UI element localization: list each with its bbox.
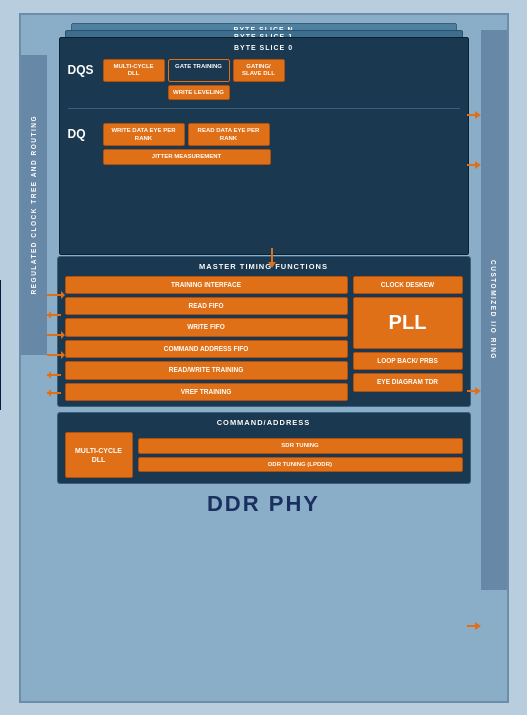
master-timing-section: Master Timing Functions Training Interfa…	[57, 256, 471, 408]
command-address-fifo-box: Command Address FIFO	[65, 340, 348, 358]
svg-marker-21	[475, 622, 481, 630]
customized-label: Customized I/O Ring	[490, 260, 497, 360]
dq-row: DQ Write Data Eye Per Rank Read Data Eye…	[68, 119, 460, 165]
sdr-tuning-box: SDR Tuning	[138, 438, 463, 454]
jitter-measurement-box: Jitter Measurement	[103, 149, 271, 165]
dqs-bottom-row: Write Leveling	[103, 85, 285, 101]
vref-training-box: Vref Training	[65, 383, 348, 401]
master-timing-left: Training Interface Read FIFO Write FIFO …	[65, 276, 348, 402]
mc-arrows-svg	[47, 283, 65, 403]
read-fifo-box: Read FIFO	[65, 297, 348, 315]
byte-slice-stack: Byte Slice N Byte Slice 1 Byte Slice 0 D…	[57, 23, 471, 251]
dq-top-row: Write Data Eye Per Rank Read Data Eye Pe…	[103, 123, 271, 146]
command-address-section: Command/Address Multi-Cycle DLL SDR Tuni…	[57, 412, 471, 484]
command-address-title: Command/Address	[65, 418, 463, 427]
svg-marker-11	[47, 389, 51, 397]
dqs-label: DQS	[68, 55, 98, 77]
training-interface-box: Training Interface	[65, 276, 348, 294]
regulated-label: Regulated Clock Tree and Routing	[30, 115, 37, 294]
gating-slave-dll-box: Gating/ Slave DLL	[233, 59, 285, 82]
write-data-eye-box: Write Data Eye Per Rank	[103, 123, 185, 146]
master-timing-title: Master Timing Functions	[65, 262, 463, 271]
ca-right-arrow-svg	[467, 620, 481, 632]
master-timing-grid: Training Interface Read FIFO Write FIFO …	[65, 276, 463, 402]
write-leveling-box: Write Leveling	[168, 85, 230, 101]
svg-marker-13	[268, 262, 276, 268]
loop-back-prbs-box: Loop Back/ PRBS	[353, 352, 463, 370]
left-sidebar: Regulated Clock Tree and Routing	[21, 55, 47, 355]
ca-multi-cycle-dll-box: Multi-Cycle DLL	[65, 432, 133, 478]
master-timing-right: Clock Deskew PLL Loop Back/ PRBS Eye Dia…	[353, 276, 463, 402]
clock-deskew-box: Clock Deskew	[353, 276, 463, 294]
command-address-right: SDR Tuning DDR Tuning (LPDDR)	[138, 438, 463, 472]
multi-cycle-dll-box: Multi-Cycle DLL	[103, 59, 165, 82]
byte-slice-0: Byte Slice 0 DQS Multi-Cycle DLL Gate Tr…	[59, 37, 469, 255]
eye-diagram-tdr-box: Eye Diagram TDR	[353, 373, 463, 391]
svg-marker-15	[475, 387, 481, 395]
svg-marker-17	[475, 111, 481, 119]
pll-box: PLL	[353, 297, 463, 349]
dq-bottom-row: Jitter Measurement	[103, 149, 271, 165]
memory-controller-block: Memory Controller	[0, 280, 1, 410]
inner-blue-panel: Regulated Clock Tree and Routing Customi…	[19, 13, 509, 703]
svg-marker-7	[61, 351, 65, 359]
dqs-top-row: Multi-Cycle DLL Gate Training Gating/ Sl…	[103, 59, 285, 82]
v-arrow-svg	[266, 248, 278, 270]
right-sidebar: Customized I/O Ring	[481, 30, 507, 590]
outer-wrapper: Regulated Clock Tree and Routing Customi…	[0, 0, 527, 715]
byte-slice-0-inner: DQS Multi-Cycle DLL Gate Training Gating…	[68, 55, 460, 165]
svg-marker-5	[61, 331, 65, 339]
read-write-training-box: Read/Write Training	[65, 361, 348, 379]
command-address-grid: Multi-Cycle DLL SDR Tuning DDR Tuning (L…	[65, 432, 463, 478]
right-arrow-svg	[467, 385, 481, 397]
ddr-tuning-box: DDR Tuning (LPDDR)	[138, 457, 463, 473]
svg-marker-19	[475, 161, 481, 169]
ddr-phy-title: DDR PHY	[207, 491, 320, 517]
svg-marker-9	[47, 371, 51, 379]
svg-marker-1	[61, 291, 65, 299]
dq-label: DQ	[68, 119, 98, 141]
write-fifo-box: Write FIFO	[65, 318, 348, 336]
byte-slice-0-title: Byte Slice 0	[68, 42, 460, 51]
svg-marker-3	[47, 311, 51, 319]
read-data-eye-box: Read Data Eye Per Rank	[188, 123, 270, 146]
gate-training-box: Gate Training	[168, 59, 230, 82]
dqs-row: DQS Multi-Cycle DLL Gate Training Gating…	[68, 55, 460, 101]
bs-right-arrows-svg	[467, 95, 481, 215]
command-address-left: Multi-Cycle DLL	[65, 432, 133, 478]
